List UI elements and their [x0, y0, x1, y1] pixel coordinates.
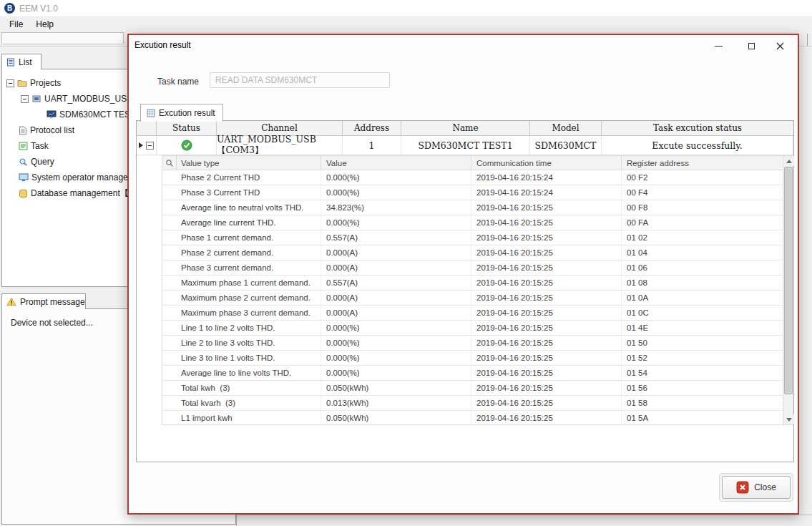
name-cell: SDM630MCT TEST1	[401, 136, 530, 155]
cell: 0.000(%)	[321, 321, 471, 335]
table-row[interactable]: Maximum phase 2 current demand.0.000(A)2…	[162, 291, 783, 306]
table-row[interactable]: Total kvarh (3)0.013(kWh)2019-04-16 20:1…	[162, 396, 783, 411]
cell: 01 06	[622, 260, 783, 275]
table-row[interactable]: Phase 3 Current THD0.000(%)2019-04-16 20…	[162, 185, 783, 200]
maximize-icon	[748, 43, 755, 49]
panel-splitter[interactable]	[236, 515, 237, 526]
cell: 01 04	[622, 245, 783, 260]
cell: 0.000(A)	[321, 291, 471, 305]
cell: 2019-04-16 20:15:25	[471, 245, 622, 260]
cell: 34.823(%)	[321, 200, 471, 215]
table-row[interactable]: Line 2 to line 3 volts THD.0.000(%)2019-…	[162, 336, 783, 351]
cell: 0.050(kWh)	[321, 411, 471, 424]
cell: 0.000(%)	[321, 215, 471, 230]
expander-icon[interactable]	[6, 79, 14, 87]
doc-icon	[19, 126, 27, 135]
table-row[interactable]: Phase 2 current demand.0.000(A)2019-04-1…	[162, 245, 783, 260]
app-titlebar: B EEM V1.0	[0, 0, 812, 17]
toolbar-field[interactable]	[1, 32, 124, 44]
cell: Maximum phase 3 current demand.	[162, 306, 321, 320]
menu-file[interactable]: File	[3, 18, 29, 31]
maximize-button[interactable]	[740, 39, 762, 53]
tab-list[interactable]: List	[1, 54, 41, 69]
cell: 0.000(A)	[321, 260, 471, 275]
tab-prompt-message[interactable]: Prompt message	[1, 293, 86, 309]
detail-column-header[interactable]: Value	[321, 156, 471, 170]
warning-icon	[6, 297, 16, 306]
cell: 2019-04-16 20:15:25	[471, 276, 622, 290]
vertical-scrollbar[interactable]	[783, 156, 793, 424]
cell: 01 5A	[622, 411, 783, 424]
table-row[interactable]: Total kwh (3)0.050(kWh)2019-04-16 20:15:…	[162, 381, 783, 396]
cell: 2019-04-16 20:15:24	[471, 185, 622, 200]
cell: 2019-04-16 20:15:25	[471, 336, 622, 350]
panel-edge	[236, 515, 812, 515]
table-row[interactable]: L1 import kwh0.050(kWh)2019-04-16 20:15:…	[162, 411, 783, 424]
close-button-group: Close	[719, 473, 793, 502]
cell: 0.013(kWh)	[321, 396, 471, 410]
table-row[interactable]: Average line to neutral volts THD.34.823…	[162, 200, 783, 215]
table-row[interactable]: Average line current THD.0.000(%)2019-04…	[162, 215, 783, 230]
column-header[interactable]: Model	[530, 121, 602, 135]
cell: 2019-04-16 20:15:25	[471, 306, 622, 320]
column-header[interactable]: Name	[401, 121, 530, 135]
cell: Phase 1 current demand.	[162, 230, 321, 245]
cell: 0.000(A)	[321, 245, 471, 260]
table-row[interactable]: Line 1 to line 2 volts THD.0.000(%)2019-…	[162, 321, 783, 336]
close-button[interactable]: Close	[722, 476, 791, 499]
expander-column-header	[137, 121, 157, 135]
cell: 01 58	[622, 396, 783, 410]
search-icon[interactable]	[162, 156, 177, 170]
master-row[interactable]: UART_MODBUS_USB【COM3】 1 SDM630MCT TEST1 …	[137, 136, 793, 155]
table-row[interactable]: Phase 3 current demand.0.000(A)2019-04-1…	[162, 260, 783, 276]
column-header[interactable]: Address	[343, 121, 401, 135]
grid-icon	[147, 109, 155, 117]
model-cell: SDM630MCT	[530, 136, 602, 155]
expander-icon[interactable]	[21, 95, 29, 103]
cell: 2019-04-16 20:15:25	[471, 215, 622, 230]
column-header[interactable]: Status	[157, 121, 217, 135]
column-header[interactable]: Channel	[217, 121, 343, 135]
detail-body: Phase 2 Current THD0.000(%)2019-04-16 20…	[162, 170, 783, 424]
cell: 2019-04-16 20:15:24	[471, 170, 622, 185]
table-row[interactable]: Phase 2 Current THD0.000(%)2019-04-16 20…	[162, 170, 783, 185]
cell: Maximum phase 1 current demand.	[162, 276, 321, 290]
table-row[interactable]: Phase 1 current demand.0.557(A)2019-04-1…	[162, 230, 783, 245]
detail-column-header[interactable]: Register address	[622, 156, 783, 170]
table-row[interactable]: Maximum phase 1 current demand.0.557(A)2…	[162, 276, 783, 291]
cell: 00 F2	[622, 170, 783, 185]
channel-cell: UART_MODBUS_USB【COM3】	[217, 136, 343, 155]
tab-execution-result-label: Excution result	[159, 108, 215, 118]
tab-execution-result[interactable]: Excution result	[140, 104, 223, 122]
table-row[interactable]: Line 3 to line 1 volts THD.0.000(%)2019-…	[162, 351, 783, 366]
collapse-icon[interactable]	[146, 142, 154, 150]
cell: 0.557(A)	[321, 230, 471, 245]
cell: 2019-04-16 20:15:25	[471, 200, 622, 215]
minimize-icon	[715, 46, 723, 47]
table-row[interactable]: Average line to line volts THD.0.000(%)2…	[162, 366, 783, 381]
cell: 01 0C	[622, 306, 783, 320]
monitor-icon	[19, 173, 29, 182]
cell: 0.000(%)	[321, 336, 471, 350]
detail-column-header[interactable]: Communication time	[471, 156, 622, 170]
arrow-up-icon	[786, 160, 792, 163]
task-name-input[interactable]	[210, 72, 390, 88]
scroll-down-button[interactable]	[783, 414, 794, 424]
task-icon	[19, 142, 28, 150]
cell: 2019-04-16 20:15:25	[471, 230, 622, 245]
execution-result-dialog: Excution result Task name Excution resul…	[127, 34, 799, 515]
cell: 2019-04-16 20:15:25	[471, 366, 622, 380]
sidebar-item-label: Task	[31, 141, 49, 151]
scrollbar-thumb[interactable]	[784, 167, 793, 394]
detail-column-header[interactable]: Value type	[177, 156, 321, 170]
scroll-up-button[interactable]	[783, 156, 794, 166]
menu-help[interactable]: Help	[29, 18, 60, 31]
task-status-cell: Excute successfully.	[602, 136, 793, 155]
cell: 0.557(A)	[321, 276, 471, 290]
table-row[interactable]: Maximum phase 3 current demand.0.000(A)2…	[162, 306, 783, 321]
close-red-icon	[736, 481, 749, 494]
column-header[interactable]: Task excution status	[602, 121, 793, 135]
close-window-button[interactable]	[769, 39, 791, 53]
cell: 00 F8	[622, 200, 783, 215]
minimize-button[interactable]	[708, 39, 729, 53]
